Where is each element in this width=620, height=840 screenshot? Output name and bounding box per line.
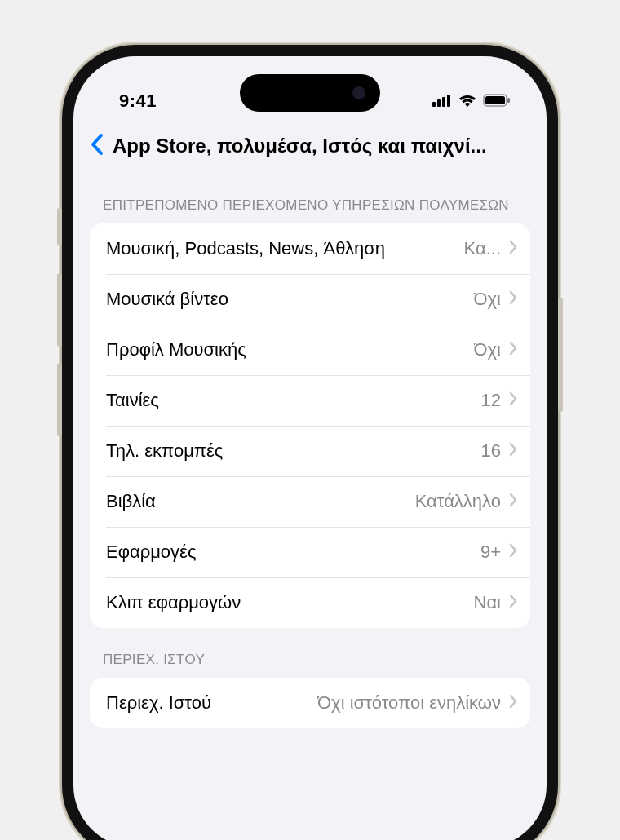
row-label: Προφίλ Μουσικής [106, 339, 246, 360]
row-music-podcasts-news-sports[interactable]: Μουσική, Podcasts, News, Άθληση Κα... [90, 223, 530, 274]
chevron-right-icon [509, 341, 517, 359]
chevron-right-icon [509, 543, 517, 561]
side-button-volume-down [57, 363, 62, 436]
row-label: Ταινίες [106, 390, 159, 411]
svg-rect-6 [507, 98, 510, 103]
row-books[interactable]: Βιβλία Κατάλληλο [90, 476, 530, 527]
row-label: Βιβλία [106, 491, 156, 512]
row-label: Περιεχ. Ιστού [106, 692, 211, 714]
row-value: Κατάλληλο [415, 491, 501, 512]
nav-title: App Store, πολυμέσα, Ιστός και παιχνί... [113, 135, 530, 157]
row-value: 16 [481, 440, 501, 462]
side-button-power [558, 298, 563, 412]
row-value: 12 [481, 390, 501, 411]
row-label: Εφαρμογές [106, 542, 197, 563]
dynamic-island [240, 74, 380, 112]
svg-rect-3 [447, 95, 450, 107]
row-movies[interactable]: Ταινίες 12 [90, 375, 530, 426]
chevron-right-icon [509, 240, 517, 258]
row-app-clips[interactable]: Κλιπ εφαρμογών Ναι [90, 577, 530, 628]
wifi-icon [458, 91, 476, 112]
row-value: Όχι [474, 289, 501, 310]
group-media: Μουσική, Podcasts, News, Άθληση Κα... Μο… [90, 223, 530, 628]
svg-rect-2 [442, 97, 445, 107]
chevron-right-icon [509, 391, 517, 409]
row-value: Κα... [464, 238, 501, 259]
status-time: 9:41 [119, 91, 157, 112]
row-tv-shows[interactable]: Τηλ. εκπομπές 16 [90, 426, 530, 476]
group-web: Περιεχ. Ιστού Όχι ιστότοποι ενηλίκων [90, 678, 530, 728]
row-value: Όχι ιστότοποι ενηλίκων [317, 692, 501, 714]
row-music-videos[interactable]: Μουσικά βίντεο Όχι [90, 274, 530, 325]
row-value: 9+ [480, 542, 501, 563]
row-label: Μουσικά βίντεο [106, 289, 228, 310]
section-header-web: ΠΕΡΙΕΧ. ΙΣΤΟΥ [73, 628, 547, 678]
row-apps[interactable]: Εφαρμογές 9+ [90, 527, 530, 577]
status-icons [432, 91, 511, 112]
row-value: Ναι [474, 592, 502, 613]
chevron-right-icon [509, 694, 517, 712]
svg-rect-5 [485, 96, 505, 104]
nav-bar: App Store, πολυμέσα, Ιστός και παιχνί... [73, 122, 547, 174]
row-value: Όχι [474, 339, 501, 360]
row-label: Κλιπ εφαρμογών [106, 592, 241, 613]
svg-rect-1 [437, 99, 441, 107]
side-button-silence [57, 208, 62, 245]
battery-icon [483, 91, 511, 112]
chevron-right-icon [509, 594, 517, 612]
row-web-content[interactable]: Περιεχ. Ιστού Όχι ιστότοποι ενηλίκων [90, 678, 530, 728]
section-header-media: ΕΠΙΤΡΕΠΟΜΕΝΟ ΠΕΡΙΕΧΟΜΕΝΟ ΥΠΗΡΕΣΙΩΝ ΠΟΛΥΜ… [73, 174, 547, 223]
svg-rect-0 [432, 102, 436, 107]
row-music-profile[interactable]: Προφίλ Μουσικής Όχι [90, 325, 530, 375]
phone-frame: 9:41 App Store, πολυμέσα, Ιστός και παιχ… [62, 45, 558, 840]
row-label: Μουσική, Podcasts, News, Άθληση [106, 238, 385, 259]
cellular-icon [432, 91, 452, 112]
row-label: Τηλ. εκπομπές [106, 440, 223, 462]
side-button-volume-up [57, 273, 62, 347]
chevron-right-icon [509, 442, 517, 460]
chevron-right-icon [509, 493, 517, 511]
screen: 9:41 App Store, πολυμέσα, Ιστός και παιχ… [73, 56, 547, 840]
chevron-right-icon [509, 290, 517, 308]
back-button[interactable] [90, 133, 104, 159]
